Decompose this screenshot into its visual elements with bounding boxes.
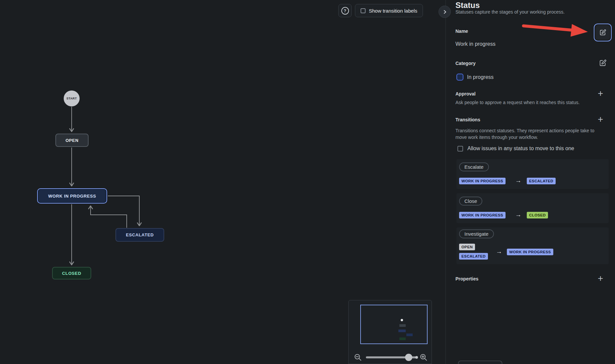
minimap-escalated-node	[406, 334, 413, 336]
approval-label: Approval	[455, 91, 476, 96]
status-detail-panel: Status Statuses capture the stages of yo…	[446, 0, 615, 364]
minimap-viewport[interactable]	[360, 305, 428, 344]
zoom-slider-track[interactable]	[366, 356, 417, 358]
transition-card-escalate[interactable]: Escalate WORK IN PROGRESS → ESCALATED	[456, 159, 609, 189]
name-value: Work in progress	[455, 41, 496, 47]
status-lozenge-escalated: ESCALATED	[527, 178, 556, 184]
transition-name-pill[interactable]: Escalate	[459, 162, 489, 171]
transition-card-close[interactable]: Close WORK IN PROGRESS → CLOSED	[456, 193, 609, 223]
minimap-start-node	[401, 319, 403, 321]
transition-card-investigate[interactable]: Investigate OPEN ESCALATED → WORK IN PRO…	[456, 227, 609, 264]
workflow-editor: { "toolbar": { "help_glyph": "?", "show_…	[0, 0, 615, 364]
status-lozenge-open: OPEN	[459, 244, 475, 250]
approval-description: Ask people to approve a request when it …	[455, 100, 611, 105]
status-lozenge-escalated: ESCALATED	[459, 253, 488, 260]
collapse-panel-button[interactable]	[439, 6, 451, 18]
bottom-partial-element[interactable]	[458, 361, 502, 364]
minimap-closed-node	[399, 337, 406, 340]
add-transition-button[interactable]: +	[598, 116, 603, 123]
chevron-right-icon	[442, 9, 447, 15]
status-lozenge-work-in-progress: WORK IN PROGRESS	[459, 212, 506, 218]
edit-category-button[interactable]	[599, 59, 607, 67]
help-button[interactable]: ?	[338, 4, 352, 17]
zoom-in-icon[interactable]	[420, 353, 428, 361]
workflow-canvas[interactable]: START OPEN WORK IN PROGRESS ESCALATED CL…	[0, 0, 445, 364]
show-transition-labels-toggle[interactable]: Show transition labels	[355, 4, 423, 17]
zoom-slider-thumb[interactable]	[405, 354, 412, 361]
allow-any-status-checkbox[interactable]	[457, 146, 463, 152]
category-label: Category	[455, 61, 476, 66]
add-approval-button[interactable]: +	[598, 90, 603, 97]
status-lozenge-work-in-progress: WORK IN PROGRESS	[459, 178, 506, 184]
category-value: In progress	[467, 74, 494, 80]
minimap[interactable]	[348, 300, 432, 364]
node-start[interactable]: START	[64, 91, 80, 106]
edit-pencil-square-icon	[599, 59, 607, 67]
zoom-out-icon[interactable]	[354, 353, 362, 361]
node-escalated[interactable]: ESCALATED	[115, 228, 164, 242]
show-transition-labels-label: Show transition labels	[369, 8, 417, 14]
checkbox-icon[interactable]	[361, 8, 366, 13]
transition-arrow-icon: →	[496, 248, 502, 255]
edit-name-button[interactable]	[594, 24, 612, 41]
edit-pencil-square-icon	[599, 29, 606, 36]
transition-arrow-icon: →	[515, 211, 521, 218]
transition-arrow-icon: →	[515, 177, 521, 184]
minimap-wip-node	[398, 330, 406, 332]
node-work-in-progress-selected[interactable]: WORK IN PROGRESS	[37, 188, 107, 204]
add-property-button[interactable]: +	[598, 275, 603, 282]
status-lozenge-closed: CLOSED	[527, 212, 548, 218]
properties-label: Properties	[455, 276, 478, 281]
transition-name-pill[interactable]: Investigate	[459, 229, 494, 238]
transitions-label: Transitions	[455, 117, 480, 122]
panel-subtitle: Statuses capture the stages of your work…	[455, 9, 565, 15]
node-open[interactable]: OPEN	[55, 134, 89, 147]
name-label: Name	[455, 29, 468, 34]
minimap-open-node	[399, 324, 406, 327]
panel-title: Status	[455, 1, 480, 10]
transitions-description: Transitions connect statuses. They repre…	[455, 127, 601, 141]
allow-any-status-label: Allow issues in any status to move to th…	[467, 146, 574, 152]
question-mark-icon: ?	[341, 7, 349, 15]
zoom-slider-end-dot	[415, 356, 418, 359]
transition-name-pill[interactable]: Close	[459, 197, 482, 206]
node-closed[interactable]: CLOSED	[52, 267, 91, 279]
status-lozenge-work-in-progress: WORK IN PROGRESS	[507, 249, 553, 255]
category-color-swatch[interactable]	[456, 74, 463, 81]
zoom-controls	[349, 353, 432, 364]
